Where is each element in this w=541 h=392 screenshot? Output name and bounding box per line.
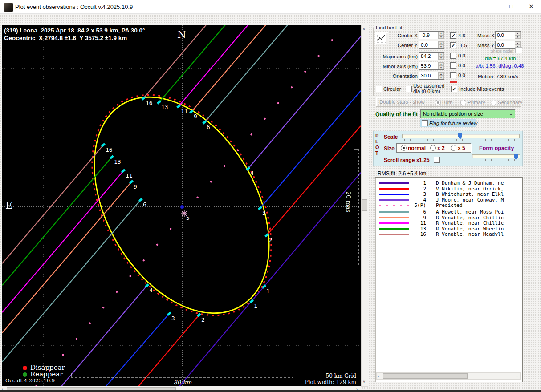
mass-x-label: Mass X [477, 33, 494, 38]
plot-letter-t: T [375, 150, 378, 156]
observer-scroll-thumb[interactable] [383, 373, 468, 379]
observer-name: R Venable, near Meadvll [436, 231, 504, 237]
plot-vertical-scrollbar[interactable]: ʌ ˅ [361, 25, 368, 387]
mass-y-label: Mass Y [477, 43, 494, 48]
size-normal-radio[interactable] [401, 145, 407, 151]
svg-text:3: 3 [262, 210, 266, 216]
chord-color-swatch [379, 211, 409, 213]
minimize-button[interactable]: — [482, 1, 497, 12]
observer-name: A Howell, near Moss Poi [436, 209, 504, 215]
shape-model-label: Shape model [491, 49, 513, 53]
shape-model-box[interactable] [515, 47, 522, 53]
chord-number: 13 [414, 226, 426, 232]
chord-number: 11 [414, 220, 426, 226]
maximize-button[interactable]: □ [504, 1, 519, 12]
spinner-arrows[interactable]: ▲▼ [438, 72, 444, 79]
chord-color-swatch [379, 222, 409, 224]
scroll-left-icon[interactable]: ‹ [378, 374, 379, 379]
north-label: N [177, 28, 186, 40]
chord-number: 6 [414, 209, 426, 215]
chord-color-swatch [379, 205, 409, 206]
double-both-radio[interactable] [435, 100, 441, 105]
legend-row[interactable]: 9R Venable, near Chillic [375, 215, 522, 221]
major-fit-checkbox[interactable] [450, 53, 456, 59]
center-y-input[interactable]: 0.0▲▼ [419, 41, 444, 49]
flag-review-checkbox[interactable] [422, 120, 428, 126]
vertical-scroll-thumb[interactable] [362, 199, 367, 211]
legend-row[interactable]: 2V Nikitin, near Orrick, [375, 186, 522, 192]
major-axis-label: Major axis (km) [375, 54, 418, 59]
center-x-label: Center X [375, 33, 418, 38]
observer-list-scrollbar[interactable]: ‹ › [376, 372, 521, 380]
orientation-input[interactable]: 30.0▲▼ [419, 72, 444, 80]
center-x-input[interactable]: -0.9▲▼ [419, 31, 444, 39]
size-x5-radio[interactable] [451, 145, 456, 151]
legend-row[interactable]: 3B Whitehurst, near Elkl [375, 191, 522, 197]
size-x2-radio[interactable] [430, 145, 436, 151]
svg-text:16: 16 [146, 100, 153, 106]
size-normal-label: normal [408, 145, 426, 151]
observer-name: R Venable, near Chillic [436, 220, 504, 226]
opacity-slider[interactable] [472, 154, 520, 158]
shift-y-checkbox[interactable] [450, 42, 456, 48]
red-dash-indicator [450, 81, 457, 83]
major-axis-input[interactable]: 84.2▲▼ [419, 52, 444, 60]
scroll-down-icon[interactable]: ˅ [363, 380, 365, 384]
scroll-right-icon[interactable]: › [516, 374, 517, 379]
legend-row[interactable]: 5(P)Predicted [375, 202, 522, 208]
svg-text:4: 4 [149, 287, 153, 294]
mass-x-input[interactable]: 0.0▲▼ [495, 31, 521, 39]
circular-checkbox[interactable] [376, 86, 382, 92]
form-opacity-label: Form opacity [479, 145, 514, 151]
spinner-arrows[interactable]: ▲▼ [515, 32, 521, 39]
legend-row[interactable]: 11R Venable, near Chillic [375, 220, 522, 226]
scroll-range-checkbox[interactable] [434, 157, 440, 163]
spinner-arrows[interactable]: ▲▼ [438, 62, 444, 69]
svg-text:6: 6 [143, 201, 146, 208]
plot-title: (319) Leona 2025 Apr 18 84.2 x 53.9 km, … [4, 27, 145, 42]
scale-slider-ticks [404, 139, 518, 141]
double-primary-radio[interactable] [460, 100, 466, 105]
size-x5-label: x 5 [458, 145, 465, 151]
svg-text:5: 5 [186, 214, 190, 221]
orientation-fit-checkbox[interactable] [450, 72, 456, 78]
orientation-label: Orientation [375, 73, 418, 79]
scalebar-label: 80 km [149, 379, 216, 386]
size-label: Size [384, 145, 395, 152]
legend-row[interactable]: 13R Venable, near Wheelin [375, 226, 522, 232]
shift-x-value: 4.6 [458, 33, 465, 38]
legend-row[interactable]: 1D Dunham & J Dunham, ne [375, 180, 522, 186]
legend-row[interactable]: 4J Moore, near Conway, M [375, 197, 522, 203]
circular-label: Circular [383, 86, 401, 92]
legend-row[interactable]: 6A Howell, near Moss Poi [375, 209, 522, 215]
plot-canvas[interactable]: 1616131311119966443322115 (319) Leona 20… [2, 25, 361, 386]
minor-axis-input[interactable]: 53.9▲▼ [419, 62, 444, 70]
plot-letter-p: P [375, 133, 378, 138]
observer-list[interactable]: 1D Dunham & J Dunham, ne2V Nikitin, near… [375, 177, 523, 382]
legend-row[interactable]: 16R Venable, near Meadvll [375, 231, 522, 237]
spinner-arrows[interactable]: ▲▼ [438, 32, 444, 39]
close-button[interactable]: ✕ [524, 1, 539, 12]
quality-dropdown[interactable]: No reliable position or size ⌄ [420, 109, 515, 118]
chord-color-swatch [379, 228, 409, 230]
svg-text:1: 1 [254, 303, 257, 309]
flag-review-label: Flag for future review [429, 121, 477, 126]
find-best-fit-title: Find best fit [374, 25, 403, 30]
use-assumed-label-1: Use assumed [413, 83, 444, 89]
plot-letter-o: O [375, 145, 379, 150]
disappear-dot-icon [23, 366, 27, 370]
scroll-up-icon[interactable]: ʌ [363, 27, 365, 31]
use-assumed-dia-checkbox[interactable] [406, 86, 412, 92]
svg-text:2: 2 [201, 316, 205, 323]
shift-x-checkbox[interactable] [450, 32, 456, 39]
chord-color-swatch [379, 194, 409, 195]
include-miss-checkbox[interactable] [451, 86, 457, 92]
spinner-arrows[interactable]: ▲▼ [438, 53, 444, 60]
minor-fit-checkbox[interactable] [450, 62, 456, 69]
double-secondary-radio[interactable] [491, 100, 496, 105]
dia-note: dia = 67.4 km [485, 56, 516, 61]
double-both-label: Both [442, 100, 453, 105]
spinner-arrows[interactable]: ▲▼ [438, 41, 444, 48]
svg-text:2: 2 [269, 237, 273, 243]
observer-name: Predicted [436, 202, 463, 208]
